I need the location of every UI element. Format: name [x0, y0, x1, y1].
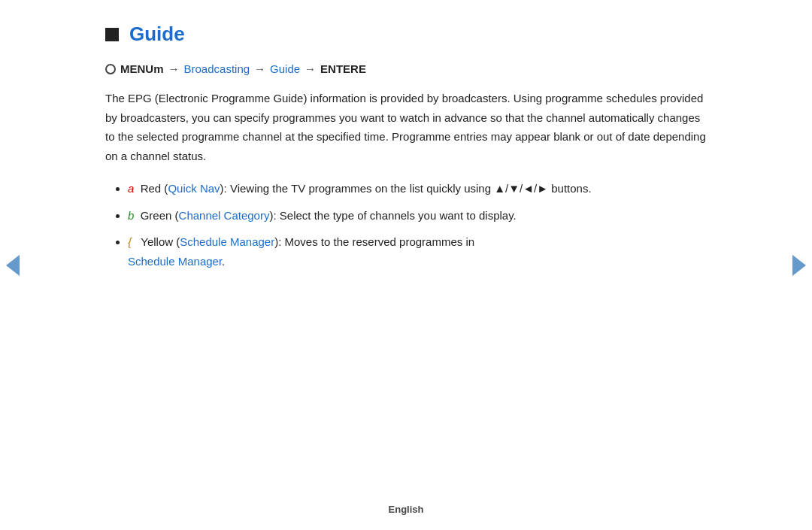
quick-nav-link[interactable]: Quick Nav — [168, 182, 220, 195]
title-row: Guide — [105, 23, 707, 46]
list-item: b Green (Channel Category): Select the t… — [128, 206, 707, 226]
nav-arrow-right[interactable] — [792, 255, 806, 276]
broadcasting-link[interactable]: Broadcasting — [184, 62, 250, 75]
schedule-manager-link[interactable]: Schedule Manager — [180, 235, 274, 248]
color-label-green: b — [128, 209, 134, 222]
bullet3-period: . — [222, 255, 225, 268]
description-text: The EPG (Electronic Programme Guide) inf… — [105, 89, 707, 165]
footer-language: English — [389, 504, 424, 515]
color-name-red: Red ( — [141, 182, 168, 195]
title-square-icon — [105, 28, 119, 41]
page-title: Guide — [129, 23, 185, 46]
bullet3-desc: ): Moves to the reserved programmes in — [274, 235, 474, 248]
list-item: { Yellow (Schedule Manager): Moves to th… — [128, 232, 707, 271]
color-name-green: Green ( — [141, 209, 179, 222]
guide-link[interactable]: Guide — [270, 62, 300, 75]
list-item: a Red (Quick Nav): Viewing the TV progra… — [128, 179, 707, 198]
bullet2-desc: ): Select the type of channels you want … — [269, 209, 516, 222]
arrow2: → — [254, 62, 265, 75]
nav-arrow-left[interactable] — [6, 255, 20, 276]
menu-label: MENUm — [120, 62, 164, 75]
arrow3: → — [304, 62, 316, 75]
schedule-manager-link2[interactable]: Schedule Manager — [128, 255, 222, 268]
color-label-red: a — [128, 182, 134, 195]
color-label-yellow: { — [128, 235, 132, 248]
bullet1-desc: ): Viewing the TV programmes on the list… — [220, 182, 592, 195]
menu-circle-icon — [105, 64, 116, 74]
enter-label: ENTERE — [320, 62, 366, 75]
channel-category-link[interactable]: Channel Category — [179, 209, 270, 222]
bullet-list: a Red (Quick Nav): Viewing the TV progra… — [105, 179, 707, 271]
arrow1: → — [168, 62, 180, 75]
menu-path: MENUm → Broadcasting → Guide → ENTERE — [105, 62, 707, 75]
color-name-yellow: Yellow ( — [141, 235, 180, 248]
